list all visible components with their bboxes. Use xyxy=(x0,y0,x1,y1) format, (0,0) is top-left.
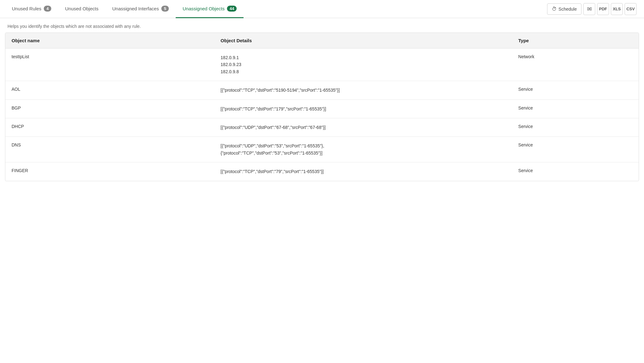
cell-object-name: BGP xyxy=(5,100,214,118)
cell-object-details: [{"protocol":"TCP","dstPort":"5190-5194"… xyxy=(214,81,512,100)
cell-object-type: Service xyxy=(512,137,639,162)
cell-object-name: testIpList xyxy=(5,49,214,81)
table-row: FINGER[{"protocol":"TCP","dstPort":"79",… xyxy=(5,162,639,181)
tab-unused-objects-label: Unused Objects xyxy=(65,6,98,11)
table-row: testIpList182.0.9.1 182.0.9.23 182.0.9.8… xyxy=(5,49,639,81)
col-header-object-name: Object name xyxy=(5,33,214,49)
cell-object-name: DNS xyxy=(5,137,214,162)
tab-unassigned-objects-badge: 44 xyxy=(227,6,236,12)
tab-unassigned-interfaces-label: Unassigned Interfaces xyxy=(112,6,159,11)
objects-table: Object name Object Details Type testIpLi… xyxy=(5,33,639,181)
table-row: DNS[{"protocol":"UDP","dstPort":"53","sr… xyxy=(5,137,639,162)
cell-object-details: [{"protocol":"TCP","dstPort":"179","srcP… xyxy=(214,100,512,118)
schedule-label: Schedule xyxy=(559,7,577,12)
clock-icon: ⏱ xyxy=(552,6,557,12)
tab-unassigned-interfaces[interactable]: Unassigned Interfaces 5 xyxy=(105,0,176,18)
cell-object-name: FINGER xyxy=(5,162,214,181)
pdf-icon: PDF xyxy=(599,7,607,11)
csv-icon: CSV xyxy=(626,7,635,11)
table-row: AOL[{"protocol":"TCP","dstPort":"5190-51… xyxy=(5,81,639,100)
tab-unused-rules-label: Unused Rules xyxy=(12,6,41,11)
tab-unassigned-interfaces-badge: 5 xyxy=(161,6,169,12)
tab-unassigned-objects-label: Unassigned Objects xyxy=(183,6,224,11)
cell-object-details: 182.0.9.1 182.0.9.23 182.0.9.8 xyxy=(214,49,512,81)
xls-export-button[interactable]: XLS xyxy=(611,3,623,15)
xls-icon: XLS xyxy=(613,7,621,11)
cell-object-type: Service xyxy=(512,118,639,136)
csv-export-button[interactable]: CSV xyxy=(625,3,636,15)
cell-object-type: Service xyxy=(512,100,639,118)
tab-bar: Unused Rules 4 Unused Objects Unassigned… xyxy=(0,0,644,18)
tab-unassigned-objects[interactable]: Unassigned Objects 44 xyxy=(176,0,244,18)
cell-object-details: [{"protocol":"TCP","dstPort":"79","srcPo… xyxy=(214,162,512,181)
schedule-button[interactable]: ⏱ Schedule xyxy=(547,3,581,15)
email-export-button[interactable]: ✉ xyxy=(583,3,595,15)
pdf-export-button[interactable]: PDF xyxy=(597,3,609,15)
cell-object-name: AOL xyxy=(5,81,214,100)
col-header-object-details: Object Details xyxy=(214,33,512,49)
cell-object-type: Service xyxy=(512,81,639,100)
cell-object-type: Service xyxy=(512,162,639,181)
email-icon: ✉ xyxy=(587,6,592,13)
col-header-type: Type xyxy=(512,33,639,49)
table-container: Object name Object Details Type testIpLi… xyxy=(5,33,639,181)
cell-object-name: DHCP xyxy=(5,118,214,136)
tabs-right: ⏱ Schedule ✉ PDF XLS CSV xyxy=(545,0,639,18)
tab-unused-rules[interactable]: Unused Rules 4 xyxy=(5,0,58,18)
table-row: BGP[{"protocol":"TCP","dstPort":"179","s… xyxy=(5,100,639,118)
tab-unused-objects[interactable]: Unused Objects xyxy=(58,0,105,18)
cell-object-details: [{"protocol":"UDP","dstPort":"67-68","sr… xyxy=(214,118,512,136)
cell-object-type: Network xyxy=(512,49,639,81)
table-row: DHCP[{"protocol":"UDP","dstPort":"67-68"… xyxy=(5,118,639,136)
tab-unused-rules-badge: 4 xyxy=(44,6,51,12)
table-header-row: Object name Object Details Type xyxy=(5,33,639,49)
cell-object-details: [{"protocol":"UDP","dstPort":"53","srcPo… xyxy=(214,137,512,162)
tabs-left: Unused Rules 4 Unused Objects Unassigned… xyxy=(5,0,545,18)
description-text: Helps you identify the objects which are… xyxy=(0,18,644,33)
